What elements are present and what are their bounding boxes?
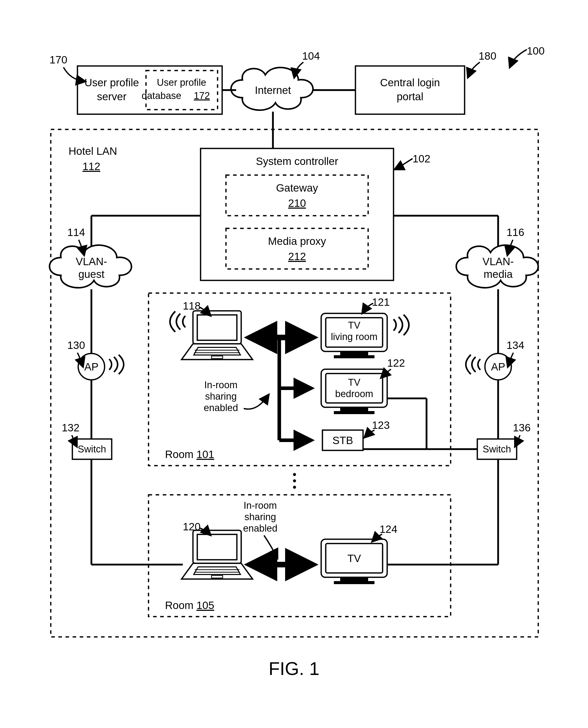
- figure-label: FIG. 1: [269, 659, 319, 679]
- ref-118: 118: [183, 300, 201, 312]
- hotel-lan-label: Hotel LAN: [68, 145, 117, 157]
- ref-100: 100: [527, 45, 545, 57]
- room-101-label: Room 101: [165, 448, 214, 460]
- ref-112: 112: [83, 160, 100, 172]
- system-controller-label: System controller: [256, 155, 338, 167]
- ref-212: 212: [288, 250, 306, 262]
- user-profile-server-l1: User profile: [85, 76, 139, 89]
- tv-121-l2: living room: [331, 331, 378, 342]
- ref-134: 134: [506, 339, 524, 351]
- svg-point-32: [293, 486, 296, 489]
- laptop-118: [182, 311, 253, 359]
- ref-102: 102: [413, 153, 430, 165]
- svg-point-31: [293, 479, 296, 482]
- inroom-101-l1: In-room: [204, 380, 238, 390]
- laptop-120: [182, 530, 253, 579]
- ref-124: 124: [380, 523, 397, 535]
- stb-label: STB: [332, 435, 353, 446]
- ref-114: 114: [67, 226, 85, 238]
- switch-right-label: Switch: [483, 444, 511, 455]
- ref-130: 130: [67, 339, 85, 351]
- tv-122-l2: bedroom: [335, 389, 373, 399]
- inroom-101-l3: enabled: [204, 402, 238, 413]
- tv-122-l1: TV: [348, 377, 360, 388]
- user-profile-db-l1: User profile: [157, 77, 206, 88]
- vlan-guest-l2: guest: [79, 268, 105, 280]
- ref-136: 136: [513, 422, 531, 434]
- media-proxy-label: Media proxy: [268, 235, 326, 247]
- ref-170: 170: [49, 54, 67, 66]
- inroom-101-l2: sharing: [205, 391, 237, 402]
- ref-132: 132: [62, 422, 80, 434]
- central-login-box: [355, 66, 465, 114]
- vlan-media-l2: media: [484, 268, 513, 280]
- ref-210: 210: [288, 197, 306, 209]
- ref-123: 123: [372, 419, 390, 431]
- wifi-icon: [109, 355, 124, 374]
- vlan-media-l1: VLAN-: [482, 256, 514, 267]
- user-profile-server-box: [78, 66, 222, 114]
- central-login-l1: Central login: [380, 76, 440, 89]
- tv-124-label: TV: [347, 552, 361, 564]
- internet-label: Internet: [255, 84, 291, 96]
- inroom-105-l3: enabled: [243, 523, 277, 534]
- diagram-canvas: 100 User profile server User profile dat…: [0, 0, 588, 728]
- central-login-l2: portal: [397, 91, 423, 103]
- ref-120: 120: [183, 521, 201, 533]
- user-profile-server-l2: server: [97, 91, 127, 103]
- ap-left-label: AP: [84, 361, 99, 373]
- ref-104: 104: [302, 50, 320, 62]
- wifi-icon: [466, 355, 480, 374]
- vlan-guest-l1: VLAN-: [76, 256, 107, 267]
- inroom-105-l1: In-room: [244, 500, 277, 511]
- user-profile-db-l2: database: [142, 90, 181, 101]
- wifi-icon: [394, 315, 409, 335]
- ref-121: 121: [372, 296, 390, 308]
- wifi-icon: [170, 311, 185, 332]
- ref-172: 172: [194, 90, 210, 101]
- ref-122: 122: [387, 357, 405, 369]
- ref-180: 180: [479, 50, 496, 62]
- inroom-105-l2: sharing: [245, 511, 276, 522]
- switch-left-label: Switch: [78, 444, 106, 455]
- svg-point-30: [293, 473, 296, 476]
- ref-116: 116: [506, 226, 524, 238]
- tv-121-l1: TV: [348, 320, 360, 331]
- ap-right-label: AP: [491, 361, 505, 373]
- room-105-label: Room 105: [165, 599, 214, 611]
- gateway-label: Gateway: [276, 182, 318, 194]
